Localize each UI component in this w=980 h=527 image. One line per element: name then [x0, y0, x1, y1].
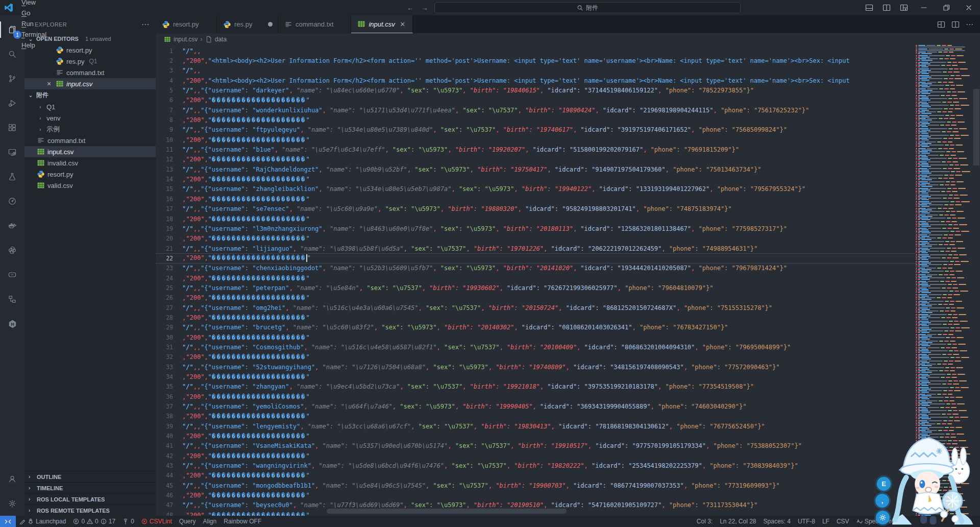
section-timeline[interactable]: ›TIMELINE — [24, 482, 156, 493]
close-icon[interactable]: ✕ — [45, 81, 53, 87]
activity-testing[interactable] — [0, 164, 24, 189]
editor-line-15[interactable]: 15"/",,"{"username": "zhangleibacklion",… — [156, 184, 916, 194]
editor-line-40[interactable]: 40,"200","�������������������" — [156, 431, 916, 441]
grid-layout-icon[interactable] — [937, 20, 945, 29]
split-editor-icon[interactable] — [951, 20, 960, 29]
open-editor-command.txt[interactable]: command.txt — [24, 67, 156, 78]
editor-line-42[interactable]: 42,"200","�������������������" — [156, 451, 916, 461]
tree-item-Q1[interactable]: ›Q1 — [24, 101, 156, 112]
history-forward-button[interactable]: → — [420, 4, 429, 12]
tree-item-input.csv[interactable]: input.csv — [24, 146, 156, 157]
open-editor-input.csv[interactable]: ✕input.csv — [24, 78, 156, 89]
vertical-scrollbar[interactable] — [973, 45, 980, 516]
status-align[interactable]: Align — [200, 516, 220, 527]
editor-line-6[interactable]: 6,"200","�������������������" — [156, 95, 916, 105]
open-editor-res.py[interactable]: res.pyQ1 — [24, 56, 156, 67]
editor-line-11[interactable]: 11"/",,"{"username": "b1ue", "name": "\u… — [156, 145, 916, 154]
editor-line-43[interactable]: 43"/",,"{"username": "wangningvirink", "… — [156, 461, 916, 470]
editor-line-5[interactable]: 5"/",,"{"username": "darkeyer", "name": … — [156, 85, 916, 95]
customize-layout-icon[interactable] — [895, 0, 913, 15]
editor-line-27[interactable]: 27"/",,"{"username": "omg2hei", "name": … — [156, 303, 916, 313]
editor-line-37[interactable]: 37"/",,"{"username": "yemoliCosmos", "na… — [156, 401, 916, 411]
status-eol[interactable]: LF — [819, 516, 833, 527]
status-problems[interactable]: 0017 — [69, 516, 119, 527]
menu-go[interactable]: Go — [17, 8, 53, 18]
editor-line-29[interactable]: 29"/",,"{"username": "brucetg", "name": … — [156, 323, 916, 332]
status-rainbow[interactable]: Rainbow OFF — [220, 516, 265, 527]
activity-hierarchy[interactable] — [0, 287, 24, 312]
editor-line-4[interactable]: 4,"200","<html><body><h2>User Informatio… — [156, 76, 916, 85]
restore-button[interactable] — [935, 0, 958, 15]
command-center-search[interactable]: 附件 — [434, 2, 741, 13]
section-ros-local-templates[interactable]: ›ROS LOCAL TEMPLATES — [24, 493, 156, 505]
editor-line-39[interactable]: 39"/",,"{"username": "lengyemisty", "nam… — [156, 421, 916, 431]
minimize-button[interactable] — [913, 0, 935, 15]
tab-input.csv[interactable]: input.csv✕ — [351, 15, 412, 33]
history-back-button[interactable]: ← — [406, 4, 415, 12]
status-query[interactable]: Query — [176, 516, 200, 527]
editor-line-17[interactable]: 17"/",,"{"username": "se7ensec", "name":… — [156, 204, 916, 214]
editor-line-32[interactable]: 32,"200","�������������������" — [156, 352, 916, 362]
editor-line-33[interactable]: 33"/",,"{"username": "52stuwangyihang", … — [156, 362, 916, 372]
editor-line-25[interactable]: 25"/",,"{"username": "peterpan", "name":… — [156, 283, 916, 293]
tree-item-resort.py[interactable]: resort.py — [24, 169, 156, 180]
status-cursor-position[interactable]: Ln 22, Col 28 — [716, 516, 760, 527]
editor-line-41[interactable]: 41"/",,"{"username": "VsaneMisakiKata", … — [156, 441, 916, 451]
close-button[interactable] — [958, 0, 980, 15]
activity-settings[interactable] — [0, 491, 24, 516]
folder-section-header[interactable]: ⌄ 附件 — [24, 89, 156, 101]
menu-run[interactable]: Run — [17, 18, 53, 29]
editor-line-22[interactable]: 22,"200","�������������������" — [156, 253, 916, 263]
editor-line-13[interactable]: 13"/",,"{"username": "RajChandeldongzt",… — [156, 164, 916, 174]
editor-line-19[interactable]: 19"/",,"{"username": "l3m0nzhangxiurong"… — [156, 224, 916, 233]
activity-source-control[interactable] — [0, 66, 24, 91]
editor-line-16[interactable]: 16,"200","�������������������" — [156, 194, 916, 204]
editor-line-44[interactable]: 44,"200","�������������������" — [156, 471, 916, 481]
section-ros-remote-templates[interactable]: ›ROS REMOTE TEMPLATES — [24, 505, 156, 516]
close-icon[interactable]: ✕ — [398, 20, 407, 28]
editor-line-14[interactable]: 14,"200","�������������������" — [156, 174, 916, 184]
editor-line-31[interactable]: 31"/",,"{"username": "Cosmosgithub", "na… — [156, 342, 916, 352]
activity-accounts[interactable] — [0, 467, 24, 491]
menu-terminal[interactable]: Terminal — [17, 29, 53, 40]
menu-view[interactable]: View — [17, 0, 53, 8]
status-spell[interactable]: Spell — [853, 516, 882, 527]
editor-line-9[interactable]: 9"/",,"{"username": "ftpyulegeyu", "name… — [156, 125, 916, 135]
tree-item-command.txt[interactable]: command.txt — [24, 135, 156, 146]
status-launchpad[interactable]: Launchpad — [16, 516, 69, 527]
horizontal-scrollbar[interactable] — [327, 509, 567, 514]
editor-line-36[interactable]: 36,"200","�������������������" — [156, 392, 916, 401]
editor-line-26[interactable]: 26,"200","�������������������" — [156, 293, 916, 303]
editor-line-20[interactable]: 20,"200","�������������������" — [156, 234, 916, 244]
activity-extensions[interactable] — [0, 115, 24, 140]
status-csvlint[interactable]: CSVLint — [138, 516, 176, 527]
editor-line-23[interactable]: 23"/",,"{"username": "chenxiaobinggodot"… — [156, 264, 916, 273]
minimap[interactable] — [916, 45, 972, 516]
status-encoding[interactable]: UTF-8 — [794, 516, 819, 527]
editor-line-28[interactable]: 28,"200","�������������������" — [156, 313, 916, 322]
editor-line-18[interactable]: 18,"200","�������������������" — [156, 214, 916, 224]
status-ports[interactable]: 0 — [119, 516, 138, 527]
editor-line-24[interactable]: 24,"200","�������������������" — [156, 273, 916, 283]
editor-line-34[interactable]: 34,"200","�������������������" — [156, 372, 916, 381]
editor-line-8[interactable]: 8,"200","�������������������" — [156, 115, 916, 125]
tree-item-示例[interactable]: ›示例 — [24, 124, 156, 135]
editor-line-2[interactable]: 2,"200","<html><body><h2>User Informatio… — [156, 56, 916, 65]
editor-line-46[interactable]: 46,"200","�������������������" — [156, 490, 916, 500]
status-remote[interactable] — [0, 516, 16, 527]
tree-item-venv[interactable]: ›venv — [24, 112, 156, 124]
status-language-mode[interactable]: CSV — [833, 516, 853, 527]
activity-remote-explorer[interactable] — [0, 140, 24, 164]
editor-line-45[interactable]: 45"/",,"{"username": "mongodbbeafb1b1", … — [156, 481, 916, 490]
more-actions-icon[interactable]: ⋯ — [966, 20, 974, 29]
editor-line-3[interactable]: 3"/",, — [156, 66, 916, 76]
tree-item-valid.csv[interactable]: valid.csv — [24, 180, 156, 191]
menu-help[interactable]: Help — [17, 40, 53, 51]
section-outline[interactable]: ›OUTLINE — [24, 471, 156, 482]
editor-line-7[interactable]: 7"/",,"{"username": "wonderkunlixiuhua",… — [156, 105, 916, 115]
editor-line-35[interactable]: 35"/",,"{"username": "zhangyan", "name":… — [156, 382, 916, 392]
toggle-panel-icon[interactable] — [861, 0, 878, 15]
status-col-info[interactable]: Col 3: — [693, 516, 716, 527]
activity-docker[interactable] — [0, 213, 24, 238]
activity-h-extension[interactable]: H — [0, 312, 24, 336]
